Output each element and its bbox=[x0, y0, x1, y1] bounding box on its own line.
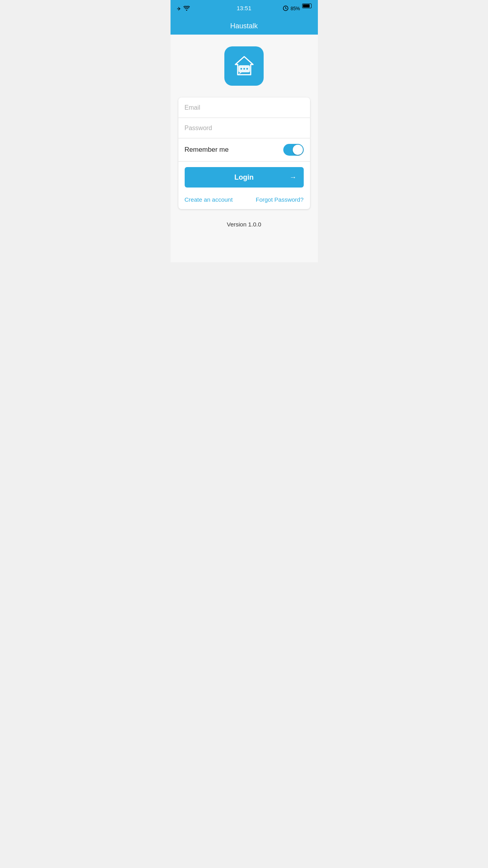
app-title: Haustalk bbox=[230, 22, 258, 30]
airplane-icon: ✈ bbox=[177, 6, 181, 12]
login-button-label: Login bbox=[235, 173, 254, 182]
status-bar-right: 85% bbox=[283, 4, 311, 14]
login-card: Remember me Login → Create an account Fo… bbox=[178, 97, 310, 209]
create-account-link[interactable]: Create an account bbox=[185, 196, 233, 203]
login-button[interactable]: Login → bbox=[185, 167, 304, 188]
svg-point-3 bbox=[240, 68, 242, 69]
remember-me-label: Remember me bbox=[185, 146, 229, 154]
app-icon-container bbox=[224, 46, 264, 86]
clock-icon bbox=[283, 6, 288, 12]
toggle-slider bbox=[283, 144, 304, 156]
wifi-icon bbox=[183, 6, 190, 12]
status-bar-left: ✈ bbox=[177, 6, 190, 12]
battery-percent-text: 85% bbox=[290, 6, 300, 11]
password-input[interactable] bbox=[178, 118, 310, 138]
email-input[interactable] bbox=[178, 97, 310, 118]
forgot-password-link[interactable]: Forgot Password? bbox=[256, 196, 304, 203]
app-icon bbox=[224, 46, 264, 86]
login-button-row: Login → bbox=[178, 162, 310, 191]
svg-point-4 bbox=[243, 68, 245, 69]
remember-me-row: Remember me bbox=[178, 138, 310, 162]
links-row: Create an account Forgot Password? bbox=[178, 191, 310, 209]
status-bar-time: 13:51 bbox=[237, 5, 251, 11]
status-bar: ✈ 13:51 85% bbox=[171, 0, 318, 17]
nav-bar: Haustalk bbox=[171, 17, 318, 35]
phone-frame: ✈ 13:51 85% bbox=[171, 0, 318, 262]
battery-icon bbox=[302, 4, 312, 14]
remember-me-toggle[interactable] bbox=[283, 144, 304, 156]
main-content: Remember me Login → Create an account Fo… bbox=[171, 35, 318, 262]
svg-point-5 bbox=[246, 68, 248, 69]
version-text: Version 1.0.0 bbox=[227, 221, 261, 228]
login-button-arrow: → bbox=[290, 173, 297, 182]
